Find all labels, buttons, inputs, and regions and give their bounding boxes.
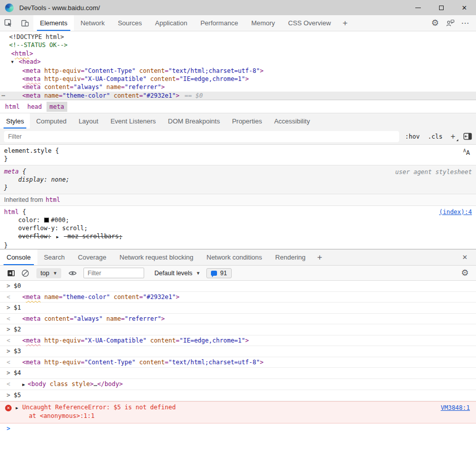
css-property-color[interactable]: color: #000; [4, 216, 476, 224]
dom-node[interactable]: <!DOCTYPE html> [0, 33, 476, 41]
tab-event-listeners[interactable]: Event Listeners [104, 113, 162, 129]
eye-icon [68, 270, 77, 277]
feedback-button[interactable] [443, 15, 458, 31]
dom-node[interactable]: ▼<head> [0, 58, 476, 66]
console-error[interactable]: ✕▶Uncaught ReferenceError: $5 is not def… [0, 401, 476, 423]
error-source-link[interactable]: VM3848:1 [441, 404, 470, 412]
styles-filter-input[interactable] [4, 131, 399, 142]
dom-node[interactable]: <html> [0, 50, 476, 58]
user-agent-rule[interactable]: meta { display: none; } user agent style… [0, 165, 476, 194]
panel-tabs: ElementsNetworkSourcesApplicationPerform… [33, 15, 337, 31]
tab-rendering[interactable]: Rendering [269, 249, 312, 265]
tab-search[interactable]: Search [37, 249, 71, 265]
css-property-overflow[interactable]: overflow: ▶ -moz-scrollbars; [4, 232, 476, 241]
tab-memory[interactable]: Memory [245, 15, 282, 31]
close-icon: ✕ [462, 4, 467, 12]
css-property-display[interactable]: display: none; [4, 176, 476, 184]
toggle-hover-state-button[interactable]: :hov [405, 133, 420, 140]
settings-button[interactable]: ⚙ [427, 15, 443, 31]
toolbar-right: ⚙ ⋯ [427, 15, 476, 31]
feedback-icon [446, 19, 455, 27]
console-result[interactable]: <<meta http-equiv="Content-Type" content… [0, 357, 476, 368]
dom-node[interactable]: <!--STATUS OK--> [0, 41, 476, 49]
close-button[interactable]: ✕ [453, 0, 476, 15]
node-overflow-menu-icon[interactable]: ⋯ [2, 92, 5, 100]
more-tabs-button[interactable]: + [337, 15, 353, 31]
tab-performance[interactable]: Performance [194, 15, 244, 31]
console-result[interactable]: <▶ <body class style>…</body> [0, 379, 476, 391]
tab-network[interactable]: Network [74, 15, 111, 31]
expand-arrow-icon[interactable]: ▶ [16, 404, 18, 412]
tab-head[interactable]: head [24, 102, 45, 112]
dom-node[interactable]: <meta http-equiv="X-UA-Compatible" conte… [0, 75, 476, 83]
tab-properties[interactable]: Properties [226, 113, 268, 129]
maximize-button[interactable] [429, 0, 453, 15]
error-stack-line: at <anonymous>:1:1 [22, 412, 428, 420]
tab-computed[interactable]: Computed [30, 113, 72, 129]
issues-count: 91 [220, 270, 227, 277]
element-style-rule[interactable]: element.style { } AA [0, 145, 476, 165]
rule-source-link[interactable]: (index):4 [439, 208, 472, 216]
console-command[interactable]: >$4 [0, 368, 476, 379]
tab-styles[interactable]: Styles [0, 113, 30, 129]
tab-console[interactable]: Console [0, 249, 37, 265]
element-style-selector[interactable]: element.style [4, 147, 52, 154]
tab-coverage[interactable]: Coverage [71, 249, 113, 265]
close-drawer-button[interactable]: ✕ [458, 249, 472, 265]
tree-expand-icon[interactable]: ▼ [11, 58, 19, 66]
tab-sources[interactable]: Sources [111, 15, 149, 31]
console-command[interactable]: >$2 [0, 324, 476, 335]
customize-menu-button[interactable]: ⋯ [458, 15, 473, 31]
css-property-overflow-y[interactable]: overflow-y: scroll; [4, 224, 476, 232]
context-selector-dropdown[interactable]: top ▼ [36, 268, 61, 278]
dom-node-selected[interactable]: ⋯<meta name="theme-color" content="#2932… [0, 92, 476, 100]
sidebar-toggle-icon[interactable] [463, 133, 472, 140]
console-result[interactable]: <<meta http-equiv="X-UA-Compatible" cont… [0, 335, 476, 347]
console-command[interactable]: >$3 [0, 346, 476, 357]
tab-elements[interactable]: Elements [33, 15, 74, 31]
dom-node[interactable]: <meta http-equiv="Content-Type" content=… [0, 67, 476, 75]
device-toolbar-button[interactable] [17, 15, 33, 31]
command-text: $1 [14, 304, 21, 311]
live-expression-button[interactable] [65, 270, 79, 277]
console-settings-button[interactable]: ⚙ [458, 268, 472, 278]
shorthand-expand-icon[interactable]: ▶ [56, 235, 59, 239]
issues-badge[interactable]: 91 [206, 268, 231, 278]
dock-sidebar-button[interactable] [4, 270, 18, 277]
tab-dom-breakpoints[interactable]: DOM Breakpoints [162, 113, 226, 129]
inspect-icon [4, 19, 13, 27]
maximize-icon [439, 6, 444, 10]
console-command[interactable]: >$5 [0, 390, 476, 401]
tab-meta[interactable]: meta [47, 102, 67, 112]
console-result[interactable]: <<meta content="always" name="referrer"> [0, 314, 476, 325]
html-rule[interactable]: html { color: #000;overflow-y: scroll;ov… [0, 206, 476, 249]
tab-css-overview[interactable]: CSS Overview [282, 15, 338, 31]
toggle-class-button[interactable]: .cls [428, 133, 443, 140]
console-filter-input[interactable] [83, 268, 144, 278]
command-chevron-icon: > [7, 303, 10, 313]
tab-accessibility[interactable]: Accessibility [268, 113, 316, 129]
inspect-element-button[interactable] [0, 15, 17, 31]
new-style-rule-button[interactable]: + [451, 133, 455, 140]
tab-application[interactable]: Application [149, 15, 194, 31]
dom-node[interactable]: <meta content="always" name="referrer"> [0, 83, 476, 91]
console-result[interactable]: <<meta name="theme-color" content="#2932… [0, 292, 476, 303]
console-prompt[interactable]: > [0, 423, 476, 434]
tab-network-conditions[interactable]: Network conditions [200, 249, 269, 265]
color-swatch[interactable] [44, 218, 49, 223]
tab-network-request-blocking[interactable]: Network request blocking [113, 249, 200, 265]
font-editor-icon[interactable]: AA [463, 148, 470, 156]
ua-rule-selector[interactable]: meta [4, 168, 19, 175]
command-text: $4 [14, 369, 21, 376]
tab-layout[interactable]: Layout [72, 113, 104, 129]
clear-console-button[interactable] [18, 269, 32, 277]
log-levels-dropdown[interactable]: Default levels ▼ [154, 270, 200, 277]
inherited-node-link[interactable]: html [46, 196, 60, 203]
minimize-button[interactable] [406, 0, 429, 15]
more-drawer-tabs-button[interactable]: + [312, 249, 327, 265]
tab-html[interactable]: html [2, 102, 23, 112]
console-command[interactable]: >$1 [0, 303, 476, 314]
console-command[interactable]: >$0 [0, 281, 476, 292]
dom-tree: <!DOCTYPE html><!--STATUS OK--><html>▼<h… [0, 31, 476, 100]
html-rule-selector[interactable]: html [4, 208, 19, 216]
